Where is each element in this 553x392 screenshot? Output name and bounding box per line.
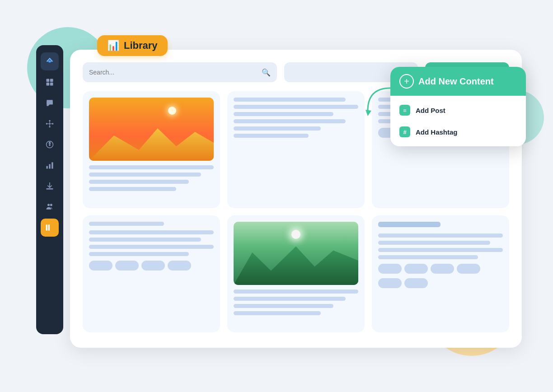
text-line (234, 105, 358, 109)
dropdown-plus-icon: + (399, 74, 414, 89)
card-6 (372, 215, 509, 332)
card-4-body (89, 230, 214, 256)
text-line (234, 112, 333, 116)
text-line (89, 165, 214, 169)
orange-mountains-image (89, 98, 214, 161)
svg-rect-25 (46, 224, 47, 230)
sidebar-icon-library[interactable] (41, 219, 59, 237)
search-bar[interactable]: 🔍 (83, 62, 277, 82)
text-line (89, 180, 189, 184)
add-post-label: Add Post (416, 107, 445, 114)
sidebar-icon-network[interactable] (41, 115, 59, 133)
card-6-tags-row1 (378, 264, 503, 274)
text-line (89, 222, 164, 226)
dropdown-header-text: Add New Content (418, 76, 494, 87)
svg-point-0 (49, 61, 51, 63)
card-1-text (89, 165, 214, 191)
svg-rect-22 (47, 188, 53, 190)
text-line (89, 187, 176, 191)
text-line (234, 311, 321, 315)
text-line (89, 230, 214, 234)
svg-rect-26 (48, 224, 50, 230)
card-4-text (89, 222, 214, 226)
search-input[interactable] (89, 62, 257, 82)
library-label-text: Library (124, 40, 158, 51)
card-2 (227, 91, 365, 208)
text-line (234, 297, 346, 301)
text-header-line (378, 222, 441, 227)
svg-rect-1 (47, 79, 50, 82)
sidebar-icon-download[interactable] (41, 177, 59, 195)
tag (404, 264, 428, 274)
text-line (234, 119, 346, 123)
card-6-tags-row2 (378, 278, 503, 288)
sidebar-icon-dashboard[interactable] (41, 73, 59, 91)
tag (115, 261, 139, 271)
svg-rect-21 (52, 162, 53, 168)
svg-point-9 (49, 126, 50, 127)
svg-point-6 (46, 123, 47, 124)
sidebar-icon-help[interactable] (41, 135, 59, 154)
text-line (234, 289, 358, 294)
card-6-text (378, 233, 503, 259)
text-line (378, 233, 503, 238)
svg-point-5 (49, 123, 50, 124)
text-line (378, 241, 490, 245)
search-icon: 🔍 (262, 68, 271, 77)
card-5-text (234, 289, 358, 315)
add-hashtag-label: Add Hashtag (416, 128, 458, 136)
card-4-tags (89, 261, 214, 271)
tag (404, 278, 428, 288)
card-5-image (234, 222, 358, 285)
tag (457, 264, 480, 274)
text-line (234, 126, 321, 131)
text-line (89, 245, 214, 249)
svg-rect-20 (49, 164, 50, 169)
tag (378, 278, 402, 288)
svg-rect-19 (47, 166, 48, 169)
sidebar-icon-messages[interactable] (41, 94, 59, 112)
text-line (89, 238, 201, 242)
add-hashtag-item[interactable]: # Add Hashtag (390, 121, 526, 143)
svg-point-23 (47, 204, 50, 206)
card-2-text (234, 98, 358, 138)
svg-point-8 (49, 120, 50, 121)
card-6-header (378, 222, 503, 229)
sidebar-icon-analytics[interactable] (41, 156, 59, 174)
sidebar (36, 45, 63, 334)
green-mountains-image (234, 222, 358, 285)
add-new-content-dropdown: + Add New Content ≡ Add Post # Add Hasht… (390, 67, 526, 146)
sidebar-icon-team[interactable] (41, 198, 59, 216)
library-icon: 📊 (107, 40, 119, 51)
text-line (378, 248, 503, 252)
text-line (234, 134, 309, 138)
tag (168, 261, 191, 271)
add-hashtag-icon: # (399, 126, 410, 137)
card-4 (83, 215, 220, 332)
svg-rect-4 (50, 83, 53, 86)
svg-point-24 (50, 204, 52, 206)
svg-rect-2 (50, 79, 53, 82)
text-line (234, 98, 346, 102)
tag (141, 261, 165, 271)
card-5 (227, 215, 365, 332)
sidebar-icon-navigation[interactable] (41, 52, 59, 70)
add-post-item[interactable]: ≡ Add Post (390, 99, 526, 121)
card-1 (83, 91, 220, 208)
svg-point-7 (52, 123, 53, 124)
tag (378, 264, 402, 274)
dropdown-items: ≡ Add Post # Add Hashtag (390, 96, 526, 146)
text-line (89, 252, 189, 256)
card-1-image (89, 98, 214, 161)
tag (431, 264, 454, 274)
svg-point-16 (49, 145, 50, 146)
library-label-badge: 📊 Library (97, 35, 168, 56)
dropdown-header: + Add New Content (390, 67, 526, 96)
text-line (89, 173, 201, 177)
add-post-icon: ≡ (399, 105, 410, 116)
svg-rect-3 (47, 83, 50, 86)
text-line (378, 255, 478, 259)
tag (89, 261, 112, 271)
text-line (234, 304, 333, 308)
